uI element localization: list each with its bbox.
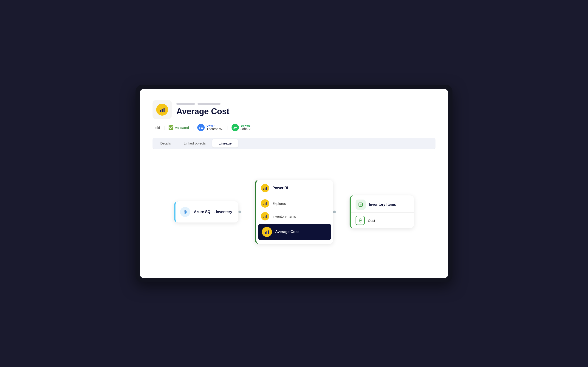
- separator-1: |: [164, 125, 165, 130]
- validation-badge: ✅ Validated: [168, 125, 189, 130]
- svg-rect-15: [266, 215, 267, 218]
- svg-rect-20: [360, 204, 362, 206]
- header-title-area: Average Cost: [176, 103, 229, 116]
- svg-rect-16: [265, 232, 266, 234]
- conn-dot-2: [333, 211, 336, 213]
- svg-rect-18: [268, 231, 269, 234]
- steward-avatar: JV: [232, 124, 239, 131]
- steward-name: John V.: [241, 127, 251, 131]
- azure-sql-node[interactable]: Azure SQL - Inventery: [174, 201, 238, 223]
- tab-lineage[interactable]: Lineage: [212, 139, 238, 148]
- svg-rect-11: [265, 203, 266, 205]
- inventory-header: Inventory Items: [351, 195, 414, 213]
- powerbi-inventory-label: Inventory Items: [272, 215, 296, 218]
- check-icon: ✅: [168, 125, 173, 130]
- inventory-items-title: Inventory Items: [369, 202, 396, 207]
- owner-name: Theresa W.: [207, 127, 223, 131]
- asset-powerbi-icon: [156, 104, 168, 116]
- svg-rect-13: [263, 217, 264, 218]
- inventory-items-icon: [355, 200, 366, 210]
- svg-rect-14: [265, 216, 266, 218]
- lineage-area: Azure SQL - Inventery: [153, 157, 435, 267]
- breadcrumb-pill-2: [198, 103, 221, 105]
- powerbi-node[interactable]: Power BI Explores: [255, 180, 333, 244]
- page-title: Average Cost: [176, 106, 229, 116]
- svg-rect-2: [164, 108, 165, 112]
- connector-1: [238, 211, 255, 213]
- conn-line-2: [336, 212, 350, 212]
- svg-rect-7: [263, 189, 264, 190]
- powerbi-explores-icon: [261, 199, 269, 208]
- tab-linked-objects[interactable]: Linked objects: [177, 139, 212, 148]
- tab-details[interactable]: Details: [154, 139, 177, 148]
- powerbi-header: Power BI: [256, 180, 333, 195]
- lineage-flow: Azure SQL - Inventery: [174, 180, 414, 244]
- svg-rect-12: [266, 202, 267, 205]
- svg-rect-10: [263, 204, 264, 205]
- screen: Average Cost Field | ✅ Validated | TW Ow…: [140, 89, 448, 278]
- powerbi-avg-cost-label: Average Cost: [275, 230, 299, 234]
- owner-role-label: Owner: [207, 125, 223, 127]
- azure-node-label: Azure SQL - Inventery: [194, 210, 232, 214]
- breadcrumb-pill-1: [176, 103, 195, 105]
- separator-3: |: [227, 125, 228, 130]
- powerbi-item-inventory[interactable]: Inventory Items: [256, 210, 333, 223]
- steward-info: Steward John V.: [241, 125, 251, 131]
- steward-role-label: Steward: [241, 125, 251, 127]
- breadcrumb: [176, 103, 229, 105]
- conn-line-1: [241, 212, 255, 212]
- conn-dot-1: [238, 211, 241, 213]
- cost-icon: [355, 216, 365, 225]
- tabs-bar: Details Linked objects Lineage: [153, 138, 435, 149]
- powerbi-node-title: Power BI: [272, 186, 288, 190]
- svg-rect-1: [162, 109, 163, 112]
- svg-rect-8: [265, 188, 265, 190]
- steward-badge[interactable]: JV Steward John V.: [232, 124, 251, 131]
- asset-icon-wrapper: [153, 100, 172, 119]
- powerbi-inventory-icon: [261, 212, 269, 220]
- svg-rect-17: [267, 231, 267, 234]
- connector-2: [333, 211, 350, 213]
- meta-row: Field | ✅ Validated | TW Owner Theresa W…: [153, 124, 435, 131]
- owner-info: Owner Theresa W.: [207, 125, 223, 131]
- validation-label: Validated: [175, 126, 189, 130]
- cost-item-row[interactable]: Cost: [351, 213, 414, 228]
- powerbi-hl-icon: [262, 227, 272, 237]
- owner-avatar: TW: [197, 124, 205, 131]
- svg-rect-0: [160, 110, 161, 112]
- cost-field-label: Cost: [368, 219, 375, 223]
- azure-sql-icon: [180, 207, 190, 217]
- device-frame: Average Cost Field | ✅ Validated | TW Ow…: [136, 85, 452, 282]
- owner-badge[interactable]: TW Owner Theresa W.: [197, 124, 223, 131]
- powerbi-items-list: Explores Inventory Items: [256, 195, 333, 244]
- separator-2: |: [193, 125, 194, 130]
- powerbi-item-explores[interactable]: Explores: [256, 197, 333, 210]
- svg-rect-9: [266, 187, 267, 190]
- powerbi-header-icon: [261, 184, 269, 192]
- asset-type-label: Field: [153, 126, 160, 130]
- powerbi-explores-label: Explores: [272, 202, 286, 206]
- header: Average Cost Field | ✅ Validated | TW Ow…: [153, 100, 435, 131]
- inventory-items-node[interactable]: Inventory Items Cost: [350, 195, 414, 228]
- powerbi-highlighted-item[interactable]: Average Cost: [258, 224, 331, 240]
